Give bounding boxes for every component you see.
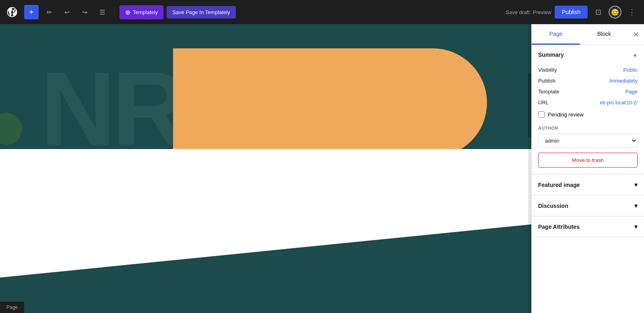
more-options-button[interactable]: ⋮ bbox=[625, 5, 639, 19]
featured-image-title: Featured image bbox=[538, 182, 580, 188]
template-row: Template Page bbox=[538, 86, 638, 97]
list-icon: ☰ bbox=[99, 8, 105, 16]
publish-row: Publish Immediately bbox=[538, 75, 638, 86]
pending-review-row: Pending review bbox=[538, 108, 638, 121]
status-label: Page bbox=[6, 305, 18, 310]
list-view-button[interactable]: ☰ bbox=[95, 5, 109, 19]
visibility-label: Visibility bbox=[538, 67, 557, 73]
template-label: Template bbox=[538, 89, 559, 95]
summary-section-header[interactable]: Summary ▲ bbox=[532, 45, 644, 64]
toolbar-divider bbox=[114, 7, 115, 17]
preview-button[interactable]: Preview bbox=[533, 9, 551, 15]
featured-image-header[interactable]: Featured image ▾ bbox=[532, 174, 644, 195]
tab-block[interactable]: Block bbox=[580, 24, 628, 45]
visibility-row: Visibility Public bbox=[538, 64, 638, 75]
sidebar-close-button[interactable]: ✕ bbox=[628, 24, 644, 45]
discussion-title: Discussion bbox=[538, 203, 568, 209]
canvas-inner: NR bbox=[0, 24, 531, 313]
settings-button[interactable]: ⊡ bbox=[591, 5, 605, 19]
toolbar-right: Save draft Preview Publish ⊡ 😊 ⋮ bbox=[506, 5, 639, 19]
save-draft-button[interactable]: Save draft bbox=[506, 9, 530, 15]
pending-review-checkbox[interactable] bbox=[538, 111, 545, 118]
move-to-trash-button[interactable]: Move to trash bbox=[538, 153, 638, 168]
featured-image-chevron: ▾ bbox=[634, 181, 638, 189]
toolbar: + ✏ ↩ ↪ ☰ ⊕ Templately Save Page In Temp… bbox=[0, 0, 644, 24]
url-row: URL eb-pro.local/10-2/ bbox=[538, 97, 638, 108]
undo-icon: ↩ bbox=[64, 8, 70, 16]
sidebar: Page Block ✕ Summary ▲ Visibility Public… bbox=[531, 24, 644, 313]
discussion-chevron: ▾ bbox=[634, 202, 638, 209]
tab-page[interactable]: Page bbox=[532, 24, 580, 45]
templately-label: Templately bbox=[133, 9, 158, 15]
templately-button[interactable]: ⊕ Templately bbox=[120, 5, 163, 19]
author-label: AUTHOR bbox=[538, 126, 638, 131]
canvas-scrollbar-thumb bbox=[528, 73, 531, 137]
featured-image-section[interactable]: Featured image ▾ bbox=[532, 174, 644, 195]
visibility-value[interactable]: Public bbox=[623, 67, 638, 73]
edit-icon: ✏ bbox=[47, 8, 52, 16]
close-icon: ✕ bbox=[633, 30, 639, 39]
url-value[interactable]: eb-pro.local/10-2/ bbox=[600, 100, 638, 106]
summary-title: Summary bbox=[538, 52, 564, 58]
template-value[interactable]: Page bbox=[625, 89, 638, 95]
author-section: AUTHOR admin bbox=[538, 121, 638, 148]
publish-label: Publish bbox=[538, 78, 555, 84]
redo-icon: ↪ bbox=[82, 8, 87, 16]
avatar-icon: 😊 bbox=[611, 8, 619, 16]
page-attributes-title: Page Attributes bbox=[538, 224, 580, 230]
edit-button[interactable]: ✏ bbox=[42, 5, 56, 19]
summary-content: Visibility Public Publish Immediately Te… bbox=[532, 64, 644, 174]
publish-button[interactable]: Publish bbox=[555, 6, 588, 19]
page-attributes-chevron: ▾ bbox=[634, 223, 638, 230]
canvas-scrollbar[interactable] bbox=[528, 24, 531, 313]
more-icon: ⋮ bbox=[628, 8, 636, 17]
main-layout: NR Page Block ✕ Summary bbox=[0, 24, 644, 313]
page-attributes-section[interactable]: Page Attributes ▾ bbox=[532, 216, 644, 237]
page-attributes-header[interactable]: Page Attributes ▾ bbox=[532, 216, 644, 237]
status-bar: Page bbox=[0, 302, 24, 313]
design-orange-shape bbox=[173, 48, 487, 157]
publish-value[interactable]: Immediately bbox=[609, 78, 638, 84]
add-block-button[interactable]: + bbox=[24, 5, 39, 19]
summary-section: Summary ▲ Visibility Public Publish Imme… bbox=[532, 45, 644, 174]
wp-logo[interactable] bbox=[5, 5, 19, 19]
discussion-header[interactable]: Discussion ▾ bbox=[532, 195, 644, 216]
canvas[interactable]: NR bbox=[0, 24, 531, 313]
templately-icon: ⊕ bbox=[125, 8, 130, 16]
pending-review-label: Pending review bbox=[548, 112, 584, 118]
design-letters: NR bbox=[40, 56, 184, 161]
summary-chevron: ▲ bbox=[633, 52, 638, 58]
redo-button[interactable]: ↪ bbox=[77, 5, 92, 19]
avatar[interactable]: 😊 bbox=[609, 6, 621, 19]
sidebar-tabs: Page Block ✕ bbox=[532, 24, 644, 45]
author-select[interactable]: admin bbox=[538, 134, 638, 148]
undo-button[interactable]: ↩ bbox=[60, 5, 74, 19]
settings-icon: ⊡ bbox=[595, 8, 601, 17]
save-page-templately-button[interactable]: Save Page In Templately bbox=[167, 6, 236, 19]
discussion-section[interactable]: Discussion ▾ bbox=[532, 195, 644, 216]
url-label: URL bbox=[538, 99, 549, 106]
